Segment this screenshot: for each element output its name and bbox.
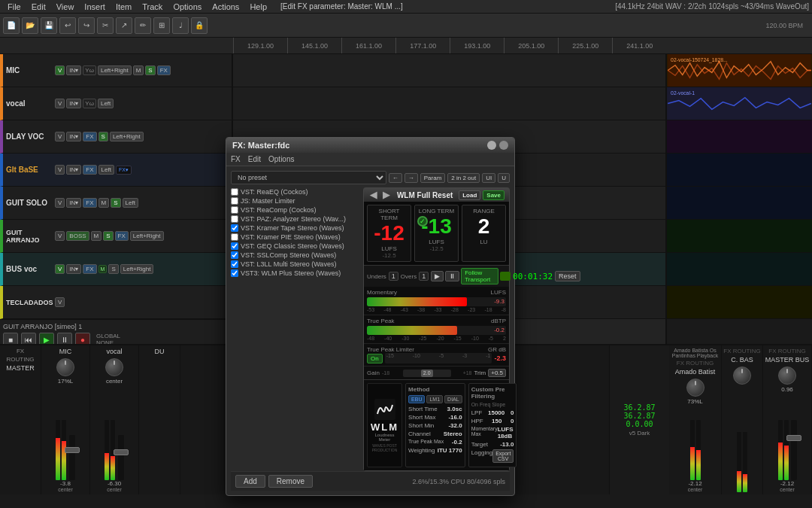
bm-mic-fader[interactable] bbox=[69, 435, 75, 480]
track-vocal-in[interactable]: IN▾ bbox=[66, 99, 81, 108]
param-btn[interactable]: Param bbox=[420, 173, 446, 183]
wlm-export-btn[interactable]: Export CSV bbox=[492, 449, 514, 463]
menu-insert[interactable]: Insert bbox=[80, 2, 110, 11]
track-git-base-fx[interactable]: FX bbox=[83, 165, 96, 175]
open-btn[interactable]: 📂 bbox=[22, 17, 38, 34]
snap-btn[interactable]: ⊞ bbox=[153, 17, 170, 34]
track-vocal-route[interactable]: Left bbox=[98, 99, 114, 108]
bm-master-bus-knob[interactable] bbox=[778, 367, 796, 385]
undo-btn[interactable]: ↩ bbox=[59, 17, 76, 34]
track-guit-solo-route[interactable]: Left bbox=[123, 198, 138, 208]
menu-file[interactable]: File bbox=[3, 2, 26, 11]
track-bus-voc-in[interactable]: IN▾ bbox=[66, 264, 81, 274]
track-git-base-v[interactable]: V bbox=[55, 165, 65, 175]
wlm-ebu-btn[interactable]: EBU bbox=[408, 395, 425, 403]
track-mic-in[interactable]: IN▾ bbox=[66, 65, 81, 75]
plugin-minimize-btn[interactable] bbox=[487, 141, 496, 150]
track-dlay-fx[interactable]: FX bbox=[83, 132, 96, 141]
wlm-on-btn[interactable]: On bbox=[367, 354, 383, 364]
fx-check-5[interactable] bbox=[231, 233, 238, 241]
track-tec-v[interactable]: V bbox=[55, 297, 65, 307]
track-vocal-v[interactable]: V bbox=[55, 99, 65, 108]
fx-check-2[interactable] bbox=[231, 206, 238, 214]
track-git-base-route[interactable]: Left bbox=[98, 165, 114, 175]
track-mic-arm[interactable]: V bbox=[55, 65, 65, 75]
pencil-tool[interactable]: ✏ bbox=[135, 17, 151, 34]
record-btn[interactable]: ● bbox=[75, 333, 90, 344]
prev-preset-btn[interactable]: ← bbox=[389, 173, 402, 183]
track-mic-m[interactable]: M bbox=[133, 65, 144, 75]
add-fx-btn[interactable]: Add bbox=[235, 475, 265, 488]
track-guit-arr-s[interactable]: S bbox=[103, 231, 113, 241]
track-bus-voc-v[interactable]: V bbox=[55, 264, 65, 274]
play-btn[interactable]: ▶ bbox=[39, 333, 54, 344]
fx-check-9[interactable] bbox=[231, 269, 238, 277]
wlm-reset-btn[interactable]: Reset bbox=[555, 271, 580, 281]
menu-track[interactable]: Track bbox=[138, 2, 167, 11]
bm-vocal-fader[interactable] bbox=[118, 435, 124, 480]
remove-fx-btn[interactable]: Remove bbox=[268, 475, 313, 488]
wlm-lm1-btn[interactable]: LM1 bbox=[426, 395, 443, 403]
fx-check-6[interactable] bbox=[231, 242, 238, 250]
cut-btn[interactable]: ✂ bbox=[97, 17, 114, 34]
track-mic-fx[interactable]: FX bbox=[157, 65, 171, 75]
fx-check-8[interactable] bbox=[231, 260, 238, 268]
wlm-follow-btn[interactable]: Follow Transport bbox=[461, 268, 498, 284]
rewind-btn[interactable]: ⏮ bbox=[21, 333, 36, 344]
track-mic-s[interactable]: S bbox=[145, 65, 155, 75]
wlm-play-btn[interactable]: ▶ bbox=[431, 271, 444, 281]
track-guit-arr-v[interactable]: V bbox=[55, 231, 65, 241]
fx-check-4[interactable] bbox=[231, 224, 238, 232]
bm-vocal-knob[interactable] bbox=[105, 358, 123, 376]
track-git-base-in[interactable]: IN▾ bbox=[66, 165, 81, 175]
next-preset-btn[interactable]: → bbox=[404, 173, 418, 183]
track-guit-solo-s[interactable]: S bbox=[111, 198, 120, 208]
wlm-next-btn[interactable]: ▶ bbox=[383, 190, 389, 200]
ui-btn[interactable]: UI bbox=[482, 173, 495, 183]
track-guit-arr-m[interactable]: M bbox=[91, 231, 102, 241]
track-guit-solo-in[interactable]: IN▾ bbox=[66, 198, 81, 208]
bm-master-bus-fader[interactable] bbox=[791, 420, 797, 480]
track-guit-arr-fx[interactable]: FX bbox=[115, 231, 129, 241]
bm-cbas-knob[interactable] bbox=[733, 367, 751, 385]
track-dlay-s[interactable]: S bbox=[98, 132, 108, 141]
track-dlay-route[interactable]: Left+Right bbox=[110, 132, 144, 141]
redo-btn[interactable]: ↪ bbox=[78, 17, 95, 34]
track-guit-arr-boss[interactable]: BOSS bbox=[66, 231, 89, 241]
track-bus-voc-s[interactable]: S bbox=[108, 264, 118, 274]
save-btn[interactable]: 💾 bbox=[41, 17, 57, 34]
fx-check-1[interactable] bbox=[231, 197, 238, 205]
wlm-dial-btn[interactable]: DIAL bbox=[444, 395, 462, 403]
bm-amado-knob[interactable] bbox=[686, 379, 704, 397]
track-bus-voc-route[interactable]: Left+Right bbox=[120, 264, 154, 274]
menu-options[interactable]: Options bbox=[168, 2, 206, 11]
wlm-load-btn[interactable]: Load bbox=[459, 190, 480, 200]
stop-btn[interactable]: ■ bbox=[3, 333, 18, 344]
fx-check-7[interactable] bbox=[231, 251, 238, 259]
track-guit-arr-route[interactable]: Left+Right bbox=[130, 231, 164, 241]
menu-actions[interactable]: Actions bbox=[208, 2, 244, 11]
menu-item[interactable]: Item bbox=[111, 2, 136, 11]
fx-check-3[interactable] bbox=[231, 215, 238, 223]
plugin-menu-options[interactable]: Options bbox=[268, 155, 294, 163]
menu-help[interactable]: Help bbox=[245, 2, 271, 11]
u-btn[interactable]: U bbox=[498, 173, 510, 183]
lock-btn[interactable]: 🔒 bbox=[191, 17, 208, 34]
track-mic-route[interactable]: Left+Right bbox=[98, 65, 132, 75]
track-guit-solo-fx[interactable]: FX bbox=[83, 198, 96, 208]
wlm-prev-btn[interactable]: ◀ bbox=[370, 190, 377, 200]
wlm-gain-slider[interactable]: 2.0 bbox=[403, 370, 451, 377]
new-btn[interactable]: 📄 bbox=[3, 17, 20, 34]
track-bus-voc-m[interactable]: M bbox=[98, 265, 108, 273]
fx-check-0[interactable] bbox=[231, 188, 238, 196]
bm-mic-knob[interactable] bbox=[56, 358, 74, 376]
track-guit-solo-m[interactable]: M bbox=[98, 198, 110, 208]
track-dlay-in[interactable]: IN▾ bbox=[66, 132, 81, 141]
track-bus-voc-fx[interactable]: FX bbox=[83, 264, 96, 274]
plugin-menu-fx[interactable]: FX bbox=[231, 155, 241, 163]
plugin-close-btn[interactable] bbox=[499, 141, 508, 150]
track-dlay-v[interactable]: V bbox=[55, 132, 65, 141]
wlm-save-btn[interactable]: Save bbox=[483, 190, 504, 200]
plugin-menu-edit[interactable]: Edit bbox=[248, 155, 261, 163]
io-btn[interactable]: 2 in 2 out bbox=[447, 173, 480, 183]
